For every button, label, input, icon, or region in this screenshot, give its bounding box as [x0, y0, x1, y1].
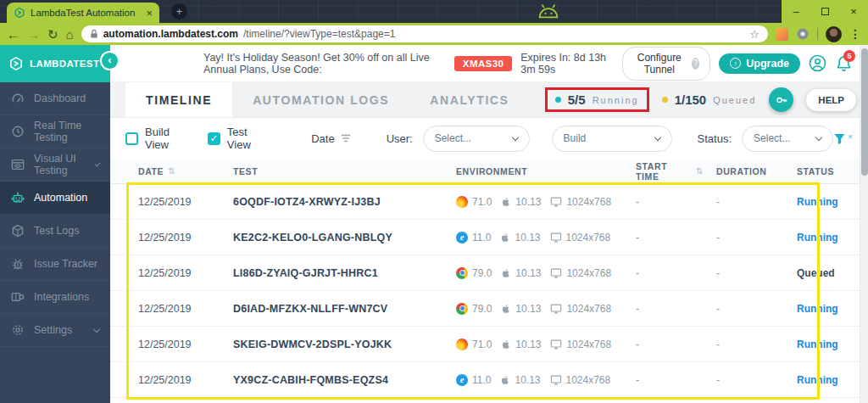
browser-menu-icon[interactable]: ⋮ — [849, 27, 861, 41]
os-version: 10.13 — [515, 232, 540, 243]
cell-date: 12/25/2019 — [125, 303, 220, 315]
reload-icon[interactable]: ↻ — [47, 28, 58, 41]
table-row[interactable]: 12/25/2019 LI86D-ZYAIQ-GJRJT-HHRC1 79.0 … — [110, 255, 868, 291]
sort-icon[interactable]: ⇅ — [696, 166, 704, 176]
configure-tunnel-button[interactable]: Configure Tunnel ? — [622, 47, 711, 81]
extension-icon[interactable] — [776, 28, 788, 41]
cell-test-id[interactable]: LI86D-ZYAIQ-GJRJT-HHRC1 — [220, 267, 443, 279]
resolution: 1024x768 — [566, 374, 611, 386]
cell-status: Running — [784, 374, 853, 386]
back-icon[interactable]: ← — [7, 28, 19, 41]
sidebar-item-visual-ui-testing[interactable]: Visual UI Testing — [0, 148, 110, 182]
browser-tab[interactable]: LambdaTest Automation × — [7, 3, 159, 23]
promo-banner: Yay! It's Holiday Season! Get 30% off on… — [110, 45, 868, 82]
os-version: 10.13 — [515, 374, 540, 386]
forward-icon[interactable]: → — [27, 28, 40, 41]
sidebar-item-integrations[interactable]: Integrations — [0, 281, 110, 314]
bug-icon — [11, 257, 25, 271]
header-start-time[interactable]: START TIME⇅ — [623, 161, 704, 182]
scrollbar-thumb[interactable] — [861, 48, 868, 176]
table-row[interactable]: 12/25/2019 D6IAD-MFZKX-NLLFF-WN7CV 79.0 … — [110, 291, 868, 327]
cell-start-time: - — [623, 303, 704, 315]
browser-icon — [456, 339, 468, 350]
cell-duration: - — [704, 374, 784, 386]
concurrency-summary: 5/5 Running 1/150 Queued HELP — [545, 82, 868, 117]
upgrade-button[interactable]: ↑ Upgrade — [719, 53, 800, 74]
access-key-button[interactable] — [769, 87, 793, 112]
queued-summary: 1/150 Queued — [662, 92, 757, 107]
monitor-icon — [550, 268, 562, 278]
user-select-dropdown[interactable]: Select... — [423, 126, 530, 152]
header-test: TEST — [220, 166, 443, 176]
cell-environment: 71.0 10.13 1024x768 — [443, 196, 623, 208]
sidebar-item-dashboard[interactable]: Dashboard — [0, 82, 110, 115]
header-environment: ENVIRONMENT — [443, 166, 623, 176]
clear-filter-icon[interactable]: × — [848, 132, 853, 142]
tab-analytics[interactable]: ANALYTICS — [409, 82, 529, 117]
cell-test-id[interactable]: SKEIG-DWMCV-2DSPL-YOJKK — [220, 339, 443, 350]
build-view-label: Build View — [145, 126, 191, 151]
table-row[interactable]: 12/25/2019 SKEIG-DWMCV-2DSPL-YOJKK 71.0 … — [110, 327, 868, 362]
cell-duration: - — [704, 339, 784, 350]
profile-icon[interactable] — [809, 53, 826, 74]
cell-date: 12/25/2019 — [125, 232, 220, 243]
help-button[interactable]: HELP — [806, 89, 856, 111]
screenshot-root: LambdaTest Automation × + – × ← → ↻ ⌂ au… — [0, 0, 868, 403]
cell-test-id[interactable]: D6IAD-MFZKX-NLLFF-WN7CV — [220, 303, 443, 315]
browser-toolbar: ← → ↻ ⌂ automation.lambdatest.com /timel… — [0, 23, 868, 45]
eye-browser-icon — [11, 158, 25, 171]
cell-test-id[interactable]: KE2C2-KELO0-LGANG-NBLQY — [220, 232, 443, 243]
sidebar-item-label: Settings — [34, 324, 72, 336]
queued-dot-icon — [662, 97, 668, 103]
tab-bar: TIMELINE AUTOMATION LOGS ANALYTICS 5/5 R… — [110, 82, 868, 118]
upgrade-label: Upgrade — [746, 58, 789, 70]
maximize-button[interactable] — [810, 0, 839, 23]
apple-os-icon — [500, 232, 510, 243]
sidebar-item-test-logs[interactable]: Test Logs — [0, 215, 110, 248]
sidebar-item-issue-tracker[interactable]: Issue Tracker — [0, 248, 110, 281]
promo-code-badge: XMAS30 — [454, 56, 512, 71]
robot-icon — [11, 191, 25, 204]
address-bar[interactable]: automation.lambdatest.com /timeline/?vie… — [81, 25, 768, 42]
table-row[interactable]: 12/25/2019 KE2C2-KELO0-LGANG-NBLQY 11.0 … — [110, 220, 868, 255]
new-tab-button[interactable]: + — [171, 3, 187, 20]
browser-icon — [456, 232, 468, 243]
table-header: DATE⇅ TEST ENVIRONMENT START TIME⇅ DURAT… — [110, 159, 868, 184]
cell-duration: - — [704, 267, 784, 279]
cell-environment: 79.0 10.13 1024x768 — [443, 267, 623, 279]
bookmark-star-icon[interactable]: ☆ — [749, 28, 760, 41]
date-filter[interactable]: Date — [311, 132, 350, 145]
sidebar-collapse-button[interactable]: ‹ — [102, 53, 118, 69]
notifications-bell[interactable]: 5 — [835, 53, 853, 74]
screenshot-extension-icon[interactable] — [796, 27, 810, 41]
page-scrollbar[interactable] — [860, 45, 868, 403]
header-duration: DURATION — [704, 166, 784, 176]
os-version: 10.13 — [515, 267, 541, 279]
cell-test-id[interactable]: YX9CZ-CABIH-FQMBS-EQZS4 — [220, 374, 443, 386]
cell-test-id[interactable]: 6OQDF-IOTZ4-XRWYZ-IJ3BJ — [220, 196, 443, 208]
filter-funnel-button[interactable]: × — [833, 132, 853, 145]
question-mark-icon: ? — [692, 58, 700, 70]
cell-date: 12/25/2019 — [125, 196, 220, 208]
close-button[interactable]: × — [839, 0, 868, 23]
tab-timeline[interactable]: TIMELINE — [125, 82, 232, 117]
test-view-checkbox[interactable]: ✓ — [208, 132, 220, 145]
queued-label: Queued — [713, 95, 756, 105]
build-select-dropdown[interactable]: Build — [552, 126, 672, 152]
build-view-checkbox[interactable] — [125, 132, 138, 145]
sidebar-item-real-time-testing[interactable]: Real Time Testing — [0, 115, 110, 148]
sort-icon[interactable]: ⇅ — [168, 166, 175, 176]
sidebar-item-settings[interactable]: Settings — [0, 314, 110, 347]
sidebar-item-automation[interactable]: Automation — [0, 182, 110, 215]
minimize-button[interactable]: – — [782, 0, 810, 23]
profile-avatar[interactable] — [826, 26, 842, 42]
table-row[interactable]: 12/25/2019 6OQDF-IOTZ4-XRWYZ-IJ3BJ 71.0 … — [110, 184, 868, 220]
home-icon[interactable]: ⌂ — [66, 28, 74, 41]
tab-automation-logs[interactable]: AUTOMATION LOGS — [232, 82, 409, 117]
tab-close-icon[interactable]: × — [146, 7, 153, 20]
monitor-icon — [550, 232, 562, 243]
os-version: 10.13 — [515, 339, 541, 350]
header-date[interactable]: DATE⇅ — [125, 166, 220, 176]
status-select-dropdown[interactable]: Select... — [742, 126, 833, 152]
table-row[interactable]: 12/25/2019 YX9CZ-CABIH-FQMBS-EQZS4 11.0 … — [110, 362, 868, 398]
